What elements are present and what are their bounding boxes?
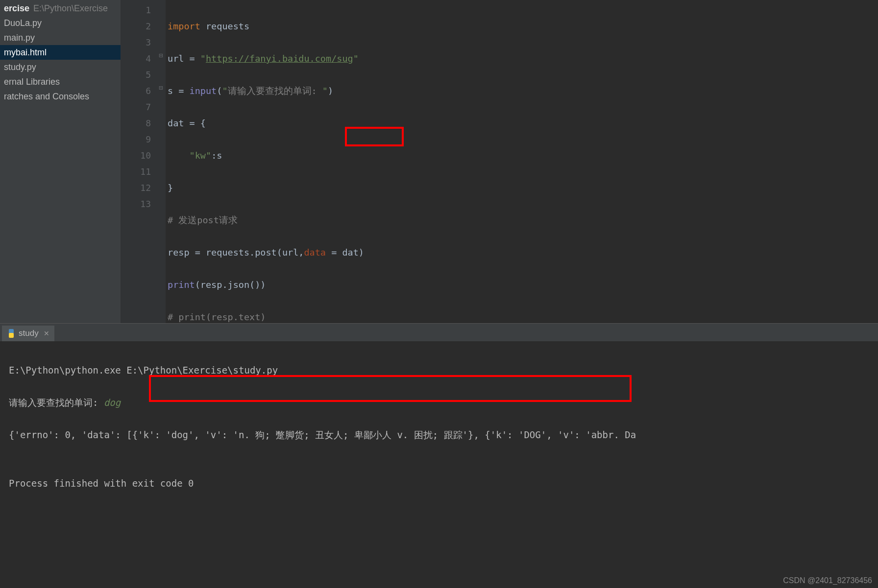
tab-label: study: [19, 329, 39, 338]
line-number: 6: [121, 83, 160, 99]
line-number-gutter: 1 2 3 4 5 6 7 8 9 10 11 12 13: [121, 0, 160, 323]
line-number: 9: [121, 131, 160, 147]
code-line: resp = requests.post(url,data = dat): [166, 244, 878, 260]
sidebar-file-duola[interactable]: DuoLa.py: [0, 16, 121, 30]
fold-gutter: ⊟ ⊟: [160, 0, 166, 323]
sidebar-scratches[interactable]: ratches and Consoles: [0, 89, 121, 104]
code-text-area[interactable]: import requests url = "https://fanyi.bai…: [166, 0, 878, 323]
line-number: 1: [121, 2, 160, 18]
line-number: 13: [121, 196, 160, 212]
line-number: 4: [121, 50, 160, 67]
line-number: 11: [121, 164, 160, 180]
project-root-name: ercise: [4, 3, 29, 14]
code-line: print(resp.json()): [166, 277, 878, 293]
watermark-text: CSDN @2401_82736456: [783, 576, 872, 585]
libs-label: ernal Libraries: [4, 77, 60, 87]
code-line: "kw":s: [166, 147, 878, 164]
console-line: 请输入要查找的单词: dog: [9, 395, 869, 411]
line-number: 10: [121, 147, 160, 164]
file-label: DuoLa.py: [4, 18, 42, 28]
console-line: E:\Python\python.exe E:\Python\Exercise\…: [9, 362, 869, 378]
close-icon[interactable]: ✕: [44, 329, 49, 337]
code-editor[interactable]: 1 2 3 4 5 6 7 8 9 10 11 12 13 ⊟ ⊟ import…: [121, 0, 878, 323]
line-number: 2: [121, 18, 160, 34]
file-label: main.py: [4, 33, 35, 43]
line-number: 5: [121, 67, 160, 83]
console-line: {'errno': 0, 'data': [{'k': 'dog', 'v': …: [9, 427, 869, 443]
run-tab-study[interactable]: study ✕: [2, 326, 54, 341]
line-number: 8: [121, 115, 160, 131]
code-line: # 发送post请求: [166, 212, 878, 228]
sidebar-external-libraries[interactable]: ernal Libraries: [0, 74, 121, 89]
project-sidebar: ercise E:\Python\Exercise DuoLa.py main.…: [0, 0, 121, 323]
file-label: mybai.html: [4, 47, 47, 58]
line-number: 12: [121, 180, 160, 196]
sidebar-file-study[interactable]: study.py: [0, 60, 121, 74]
code-line: s = input("请输入要查找的单词: "): [166, 83, 878, 99]
python-icon: [7, 329, 16, 338]
line-number: 3: [121, 34, 160, 50]
sidebar-file-mybai[interactable]: mybai.html: [0, 45, 121, 60]
console-tab-bar: study ✕: [0, 324, 878, 341]
console-output[interactable]: E:\Python\python.exe E:\Python\Exercise\…: [0, 341, 878, 545]
code-line: url = "https://fanyi.baidu.com/sug": [166, 50, 878, 67]
code-line: import requests: [166, 18, 878, 34]
run-tool-window: study ✕ E:\Python\python.exe E:\Python\E…: [0, 323, 878, 450]
fold-open-icon[interactable]: ⊟: [159, 51, 163, 59]
file-label: study.py: [4, 62, 36, 72]
project-root-path: E:\Python\Exercise: [33, 3, 108, 14]
code-line: }: [166, 180, 878, 196]
scratches-label: ratches and Consoles: [4, 92, 89, 102]
code-line: dat = {: [166, 115, 878, 131]
line-number: 7: [121, 99, 160, 115]
fold-close-icon[interactable]: ⊟: [159, 84, 163, 92]
project-root-item[interactable]: ercise E:\Python\Exercise: [0, 1, 121, 16]
sidebar-file-main[interactable]: main.py: [0, 30, 121, 45]
console-line: Process finished with exit code 0: [9, 475, 869, 492]
